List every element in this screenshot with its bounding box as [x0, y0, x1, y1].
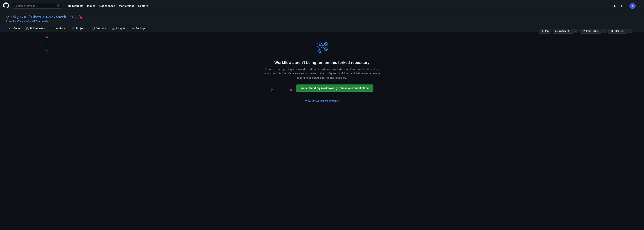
annotation-number-1: 1 — [46, 49, 48, 54]
pin-icon — [541, 30, 544, 32]
shield-icon — [92, 27, 95, 30]
eye-icon — [555, 30, 558, 32]
star-button[interactable]: Star 0 — [608, 29, 626, 34]
arrow-up-line — [47, 38, 47, 48]
repo-actions: Pin Watch 0 — [539, 29, 632, 34]
repo-header: sdxy0506 / ChatGPT-Next-Web Public 🔖 for… — [0, 12, 644, 32]
star-icon — [611, 30, 614, 32]
svg-line-3 — [322, 45, 324, 49]
pull-requests-link[interactable]: Pull requests — [65, 3, 85, 8]
message-title: Workflows aren't being run on this forke… — [274, 60, 370, 65]
tab-security[interactable]: Security — [89, 25, 109, 32]
repo-slash: / — [29, 15, 30, 19]
graph-icon — [112, 27, 115, 30]
star-dropdown[interactable] — [626, 29, 632, 33]
gear-icon — [131, 27, 134, 30]
tab-insights[interactable]: Insights — [109, 25, 128, 32]
fork-dropdown[interactable] — [601, 29, 607, 33]
bookmark-icon[interactable]: 🔖 — [79, 15, 83, 19]
star-chevron-icon — [628, 30, 630, 32]
fork-btn-icon — [582, 30, 585, 32]
svg-line-16 — [319, 51, 320, 51]
workflow-icon — [314, 40, 330, 56]
view-workflows-link[interactable]: View the workflows directory — [305, 99, 339, 103]
fork-icon — [6, 16, 9, 19]
topnav-right: s — [612, 3, 641, 9]
fork-button-group: Fork 3.3k — [580, 29, 607, 34]
github-logo[interactable] — [3, 2, 9, 9]
tab-projects[interactable]: Projects — [69, 25, 89, 32]
notifications-button[interactable] — [612, 4, 617, 8]
tab-code[interactable]: Code — [6, 25, 23, 32]
main-content: Workflows aren't being run on this forke… — [0, 32, 644, 110]
annotation-2: 2 — [270, 88, 293, 93]
star-button-group: Star 0 — [608, 29, 632, 34]
watch-count: 0 — [567, 30, 570, 32]
new-item-button[interactable] — [619, 4, 627, 8]
chevron-down-icon — [574, 30, 577, 32]
arrow-up-head — [46, 36, 48, 38]
avatar[interactable]: s — [630, 3, 636, 9]
watch-button[interactable]: Watch 0 — [552, 29, 573, 34]
forked-from-link[interactable]: Yidadaa/ChatGPT-Next-Web — [18, 20, 48, 23]
annotation-arrow-right — [275, 89, 293, 91]
repo-title-row: sdxy0506 / ChatGPT-Next-Web Public 🔖 — [6, 15, 638, 19]
explore-link[interactable]: Explore — [137, 3, 150, 8]
tab-actions[interactable]: Actions — [48, 25, 69, 32]
svg-marker-1 — [319, 44, 322, 47]
codespaces-link[interactable]: Codespaces — [98, 3, 117, 8]
tab-pull-requests[interactable]: Pull requests — [23, 25, 48, 32]
visibility-badge: Public — [68, 15, 78, 19]
svg-line-7 — [326, 44, 326, 44]
avatar-dropdown-icon — [638, 4, 641, 7]
actions-icon — [52, 27, 55, 30]
projects-icon — [72, 27, 75, 30]
annotation-1: 1 — [46, 36, 48, 54]
repo-name-link[interactable]: ChatGPT-Next-Web — [31, 15, 66, 19]
watch-button-group: Watch 0 — [552, 29, 578, 34]
tab-settings[interactable]: Settings — [128, 25, 148, 32]
star-count: 0 — [620, 30, 624, 32]
annotation-number-2: 2 — [270, 88, 273, 93]
pr-icon — [26, 27, 29, 30]
topnav: / Pull requests Issues Codespaces Market… — [0, 0, 644, 12]
pin-button[interactable]: Pin — [539, 29, 551, 34]
message-desc: Because this repository contained workfl… — [263, 67, 381, 80]
slash-badge: / — [57, 4, 60, 7]
fork-count: 3.3k — [592, 30, 599, 32]
fork-chevron-icon — [603, 30, 605, 32]
svg-line-11 — [326, 49, 326, 49]
topnav-links: Pull requests Issues Codespaces Marketpl… — [65, 3, 609, 8]
fork-button[interactable]: Fork 3.3k — [580, 29, 601, 34]
forked-from: forked from Yidadaa/ChatGPT-Next-Web — [6, 20, 638, 23]
search-bar[interactable]: / — [12, 3, 62, 8]
watch-dropdown[interactable] — [573, 29, 578, 33]
enable-workflows-button[interactable]: I understand my workflows, go ahead and … — [296, 85, 374, 92]
repo-owner-link[interactable]: sdxy0506 — [11, 15, 27, 19]
search-input[interactable] — [14, 4, 56, 7]
code-icon — [9, 27, 12, 30]
marketplace-link[interactable]: Marketplace — [118, 3, 136, 8]
issues-link[interactable]: Issues — [86, 3, 97, 8]
